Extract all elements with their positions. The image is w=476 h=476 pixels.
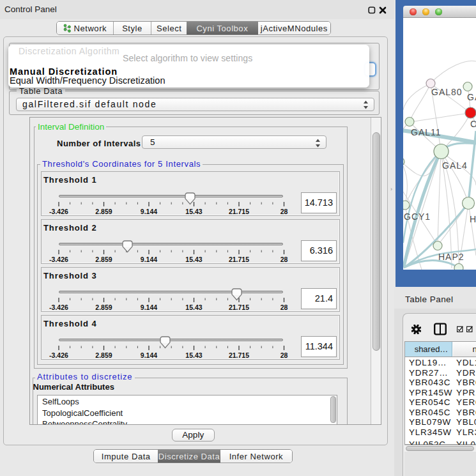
- svg-text:HAP2: HAP2: [438, 252, 464, 262]
- svg-text:GAL80: GAL80: [431, 87, 463, 97]
- svg-text:GAL4: GAL4: [442, 160, 468, 171]
- svg-text:GCY1: GCY1: [404, 211, 431, 222]
- svg-text:C: C: [470, 119, 476, 129]
- svg-text:H: H: [470, 214, 476, 224]
- svg-text:GAL11: GAL11: [411, 127, 441, 137]
- svg-text:GA: GA: [467, 92, 476, 102]
